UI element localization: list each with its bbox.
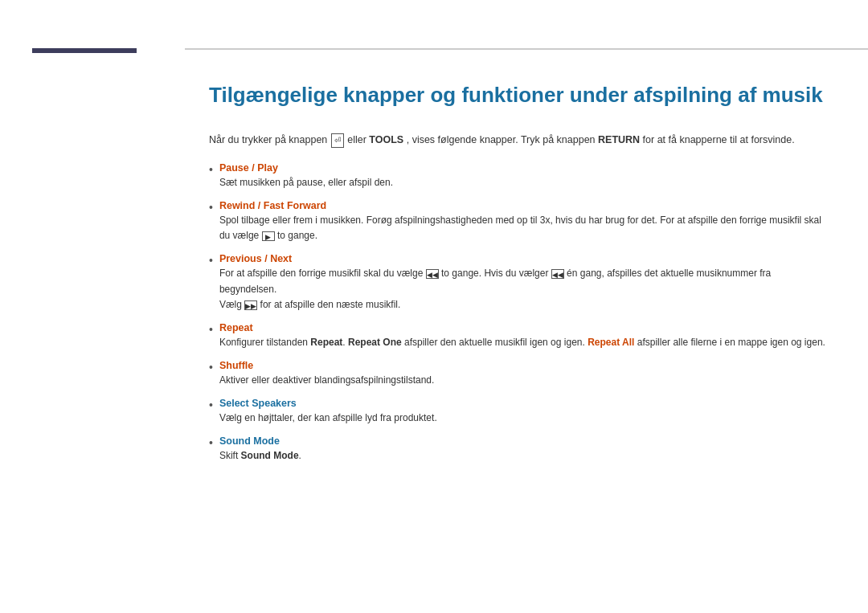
- bullet-content: Select Speakers Vælg en højttaler, der k…: [219, 398, 828, 426]
- list-item: • Shuffle Aktiver eller deaktiver blandi…: [209, 360, 828, 388]
- item-desc-pause-play: Sæt musikken på pause, eller afspil den.: [219, 177, 393, 188]
- list-item: • Pause / Play Sæt musikken på pause, el…: [209, 162, 828, 190]
- list-item: • Repeat Konfigurer tilstanden Repeat. R…: [209, 322, 828, 350]
- item-title-pause-play: Pause / Play: [219, 162, 828, 174]
- intro-text-before: Når du trykker på knappen: [209, 134, 330, 145]
- prev-icon: ◀◀: [426, 269, 439, 279]
- item-desc-shuffle: Aktiver eller deaktiver blandingsafspiln…: [219, 374, 434, 386]
- bullet-list: • Pause / Play Sæt musikken på pause, el…: [209, 162, 828, 464]
- next-icon: ▶▶: [244, 300, 257, 310]
- bullet-dot: •: [209, 201, 213, 214]
- bullet-dot: •: [209, 398, 213, 411]
- item-desc-rewind: Spol tilbage eller frem i musikken. Forø…: [219, 215, 821, 241]
- main-content: Tilgængelige knapper og funktioner under…: [185, 48, 868, 613]
- intro-text-after: , vises følgende knapper. Tryk på knappe…: [407, 134, 598, 145]
- tools-bold: TOOLS: [369, 134, 403, 145]
- bullet-dot: •: [209, 361, 213, 374]
- bullet-dot: •: [209, 323, 213, 336]
- item-title-shuffle: Shuffle: [219, 360, 828, 371]
- repeat-one-bold: Repeat One: [348, 337, 402, 348]
- intro-text: Når du trykker på knappen ⏎ eller TOOLS …: [209, 132, 828, 148]
- list-item: • Select Speakers Vælg en højttaler, der…: [209, 398, 828, 426]
- play-icon: ▶: [262, 231, 275, 241]
- page-container: Tilgængelige knapper og funktioner under…: [0, 0, 868, 613]
- sound-mode-bold: Sound Mode: [241, 450, 299, 461]
- list-item: • Sound Mode Skift Sound Mode.: [209, 435, 828, 464]
- item-desc-sound-mode: Skift Sound Mode.: [219, 450, 301, 461]
- bullet-content: Rewind / Fast Forward Spol tilbage eller…: [219, 200, 828, 243]
- return-bold: RETURN: [598, 134, 640, 145]
- sidebar: [0, 0, 185, 613]
- item-desc-prev-next: For at afspille den forrige musikfil ska…: [219, 268, 771, 309]
- bullet-content: Sound Mode Skift Sound Mode.: [219, 435, 828, 464]
- item-desc-repeat: Konfigurer tilstanden Repeat. Repeat One…: [219, 337, 825, 348]
- item-title-prev-next: Previous / Next: [219, 253, 828, 264]
- intro-text-middle: eller: [347, 134, 369, 145]
- item-title-select-speakers: Select Speakers: [219, 398, 828, 409]
- page-title: Tilgængelige knapper og funktioner under…: [209, 82, 828, 109]
- prev-icon2: ◀◀: [551, 269, 564, 279]
- intro-text-end: for at få knapperne til at forsvinde.: [643, 134, 795, 145]
- bullet-dot: •: [209, 163, 213, 176]
- sidebar-accent: [32, 48, 137, 53]
- bullet-content: Previous / Next For at afspille den forr…: [219, 253, 828, 313]
- item-title-rewind: Rewind / Fast Forward: [219, 200, 828, 211]
- bullet-content: Repeat Konfigurer tilstanden Repeat. Rep…: [219, 322, 828, 350]
- bullet-dot: •: [209, 436, 213, 449]
- repeat-all-bold: Repeat All: [588, 337, 634, 348]
- bullet-dot: •: [209, 254, 213, 267]
- item-title-sound-mode: Sound Mode: [219, 435, 828, 447]
- item-title-repeat: Repeat: [219, 322, 828, 333]
- bullet-content: Pause / Play Sæt musikken på pause, elle…: [219, 162, 828, 190]
- list-item: • Previous / Next For at afspille den fo…: [209, 253, 828, 313]
- bullet-content: Shuffle Aktiver eller deaktiver blanding…: [219, 360, 828, 388]
- tools-icon: ⏎: [331, 133, 344, 148]
- repeat-bold: Repeat: [310, 337, 342, 348]
- list-item: • Rewind / Fast Forward Spol tilbage ell…: [209, 200, 828, 243]
- item-desc-select-speakers: Vælg en højttaler, der kan afspille lyd …: [219, 412, 437, 423]
